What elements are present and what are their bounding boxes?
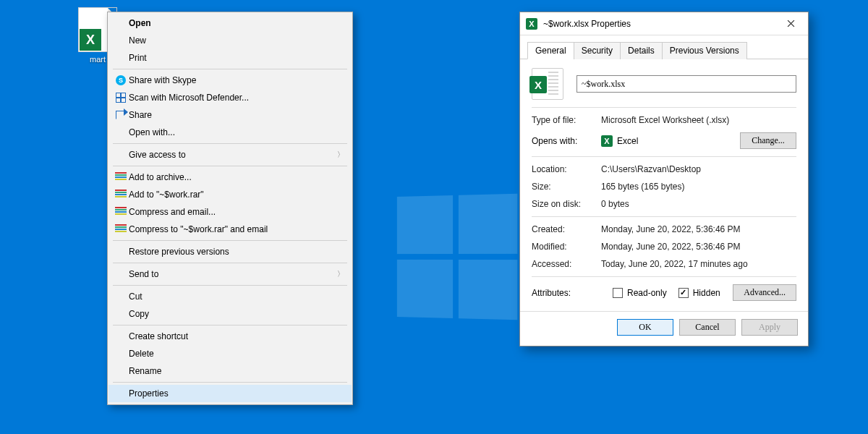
general-panel: X Type of file: Microsoft Excel Workshee… [520,59,808,307]
menu-new[interactable]: New [109,32,352,49]
row-modified: Modified:Monday, June 20, 2022, 5:36:46 … [532,242,796,252]
menu-separator [113,69,347,69]
close-icon [787,20,795,27]
checkbox-readonly[interactable]: Read-only [613,288,667,298]
filename-input[interactable] [576,75,796,93]
excel-app-icon: X [601,135,613,147]
checkbox-box [613,288,623,298]
advanced-button[interactable]: Advanced... [733,284,796,301]
value-created: Monday, June 20, 2022, 5:36:46 PM [601,224,796,234]
menu-separator [113,143,347,144]
divider [532,276,796,277]
title-bar: X ~$work.xlsx Properties [520,12,808,35]
defender-icon [116,93,126,103]
checkbox-hidden-label: Hidden [693,288,720,298]
menu-restore-versions[interactable]: Restore previous versions [109,243,352,260]
row-opens-with: Opens with: X Excel Change... [532,132,796,149]
properties-dialog: X ~$work.xlsx Properties General Securit… [519,12,809,346]
tab-details[interactable]: Details [620,42,663,59]
title-text: ~$work.xlsx Properties [543,19,775,29]
divider [532,156,796,157]
menu-separator [113,382,347,383]
context-menu: Open New Print Share with Skype Scan wit… [107,12,353,405]
menu-open-with[interactable]: Open with... [109,124,352,141]
menu-rename[interactable]: Rename [109,362,352,380]
menu-add-rar[interactable]: Add to "~$work.rar" [109,186,352,203]
menu-create-shortcut[interactable]: Create shortcut [109,328,352,345]
label-opens-with: Opens with: [532,136,601,146]
checkbox-box [678,288,689,298]
menu-separator [113,325,347,326]
menu-separator [113,240,347,241]
value-accessed: Today, June 20, 2022, 17 minutes ago [601,259,796,269]
apply-button[interactable]: Apply [741,319,798,336]
menu-separator [113,285,347,286]
menu-compress-email[interactable]: Compress and email... [109,203,352,221]
menu-share[interactable]: Share [109,106,352,124]
menu-scan-defender[interactable]: Scan with Microsoft Defender... [109,89,352,106]
menu-print[interactable]: Print [109,49,352,67]
value-opens-with: Excel [617,136,638,146]
checkbox-readonly-label: Read-only [627,288,667,298]
menu-separator [113,166,347,166]
checkbox-hidden[interactable]: Hidden [678,288,720,298]
menu-give-access[interactable]: Give access to〉 [109,146,352,163]
row-created: Created:Monday, June 20, 2022, 5:36:46 P… [532,224,796,234]
winrar-icon [115,224,127,234]
skype-icon [116,75,126,85]
title-excel-icon: X [526,18,537,30]
menu-properties[interactable]: Properties [109,385,352,402]
menu-cut[interactable]: Cut [109,288,352,305]
menu-add-archive[interactable]: Add to archive... [109,169,352,186]
tab-previous-versions[interactable]: Previous Versions [662,42,747,59]
value-size: 165 bytes (165 bytes) [601,182,796,192]
menu-separator [113,263,347,263]
label-location: Location: [532,164,601,174]
chevron-right-icon: 〉 [337,150,344,160]
row-type: Type of file: Microsoft Excel Worksheet … [532,115,796,125]
close-button[interactable] [775,13,807,35]
menu-copy[interactable]: Copy [109,305,352,323]
value-size-on-disk: 0 bytes [601,199,796,209]
row-size: Size:165 bytes (165 bytes) [532,182,796,192]
chevron-right-icon: 〉 [337,269,344,279]
row-accessed: Accessed:Today, June 20, 2022, 17 minute… [532,259,796,269]
menu-send-to[interactable]: Send to〉 [109,265,352,283]
value-modified: Monday, June 20, 2022, 5:36:46 PM [601,242,796,252]
winrar-icon [115,190,127,200]
change-button[interactable]: Change... [740,132,796,149]
winrar-icon [115,172,127,182]
row-attributes: Attributes: Read-only Hidden Advanced... [532,284,796,301]
label-type: Type of file: [532,115,601,125]
tabs: General Security Details Previous Versio… [520,35,808,59]
cancel-button[interactable]: Cancel [679,319,736,336]
label-modified: Modified: [532,242,601,252]
label-size-on-disk: Size on disk: [532,199,601,209]
windows-logo-background [397,194,517,320]
label-created: Created: [532,224,601,234]
row-size-on-disk: Size on disk:0 bytes [532,199,796,209]
excel-badge-icon: X [80,29,101,51]
menu-open[interactable]: Open [109,14,352,32]
value-location: C:\Users\Razvan\Desktop [601,164,796,174]
tab-security[interactable]: Security [574,42,621,59]
dialog-footer: OK Cancel Apply [520,311,808,346]
winrar-icon [115,207,127,217]
menu-delete[interactable]: Delete [109,345,352,362]
menu-share-skype[interactable]: Share with Skype [109,72,352,89]
tab-general[interactable]: General [527,42,574,59]
divider [532,216,796,217]
label-accessed: Accessed: [532,259,601,269]
divider [532,107,796,108]
ok-button[interactable]: OK [617,319,673,336]
file-type-icon: X [532,68,563,100]
row-location: Location:C:\Users\Razvan\Desktop [532,164,796,174]
label-attributes: Attributes: [532,288,601,298]
label-size: Size: [532,182,601,192]
value-type: Microsoft Excel Worksheet (.xlsx) [601,115,796,125]
menu-compress-rar-email[interactable]: Compress to "~$work.rar" and email [109,221,352,238]
share-icon [116,111,126,119]
